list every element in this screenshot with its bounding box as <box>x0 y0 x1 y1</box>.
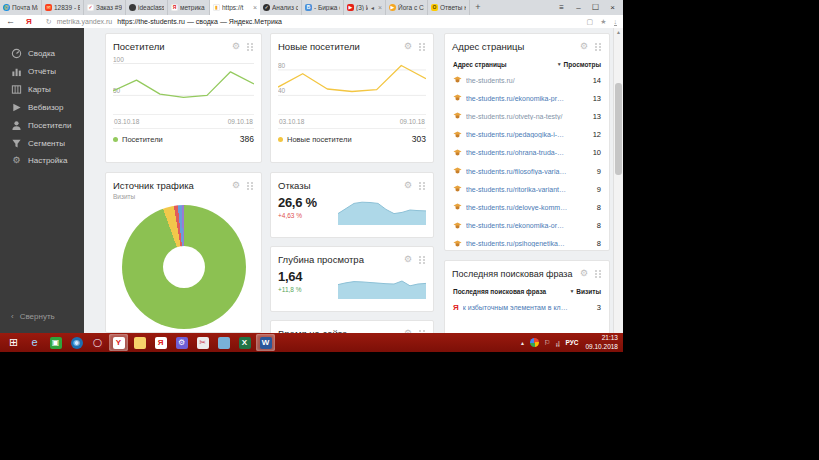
widget-settings-gear-icon[interactable]: ⚙ <box>232 42 240 51</box>
visitors-widget: Посетители ⚙ 10050 03.10.18 09.10.18 Пос… <box>105 33 262 163</box>
page-url-link[interactable]: the-students.ru/delovye-komm… <box>466 204 589 211</box>
browser-tab[interactable]: Яметрика — <box>168 0 210 15</box>
blue-app-icon[interactable]: ◉ <box>67 334 86 351</box>
browser-tab[interactable]: ▶(3) И◄× <box>344 0 386 15</box>
browser-tab[interactable]: ▮https://t× <box>210 0 260 15</box>
scrollbar-thumb[interactable] <box>615 83 622 175</box>
page-url-link[interactable]: the-students.ru/filosofiya-varia… <box>466 168 589 175</box>
sidebar-item-segments[interactable]: Сегменты <box>0 134 84 152</box>
excel-icon[interactable]: X <box>235 334 254 351</box>
legend-dot <box>278 137 283 142</box>
folder-icon[interactable] <box>130 334 149 351</box>
widget-drag-handle-icon[interactable] <box>418 42 426 51</box>
browser-tab[interactable]: @Почта Mai <box>0 0 42 15</box>
collapse-label: Свернуть <box>20 312 55 321</box>
page-scrollbar[interactable]: ▲ <box>613 28 623 333</box>
widget-drag-handle-icon[interactable] <box>246 42 254 51</box>
search-phrase-link[interactable]: к избыточным элементам в кл… <box>463 304 589 311</box>
g-logo-icon[interactable] <box>530 338 539 347</box>
widget-drag-handle-icon[interactable] <box>594 42 602 51</box>
browser-tab[interactable]: ideaclass.g <box>126 0 168 15</box>
page-url-link[interactable]: the-students.ru/psihogenetika… <box>466 240 589 247</box>
address-bar[interactable]: ← Я ↻ metrika.yandex.ru https://the-stud… <box>0 15 623 29</box>
browser-tab[interactable]: ✓Анализ са <box>260 0 302 15</box>
widget-drag-handle-icon[interactable] <box>418 255 426 264</box>
page-url-link[interactable]: the-students.ru/pedagogika-i-… <box>466 131 585 138</box>
widget-settings-gear-icon[interactable]: ⚙ <box>404 255 412 264</box>
widget-settings-gear-icon[interactable]: ⚙ <box>404 42 412 51</box>
page-url-link[interactable]: the-students.ru/ekonomika-or… <box>466 222 589 229</box>
date-from-label: 03.10.18 <box>279 118 304 125</box>
scroll-up-arrow-icon[interactable]: ▲ <box>614 29 623 35</box>
word-icon[interactable]: W <box>256 334 275 351</box>
browser-tab[interactable]: ✉12839 - Вх <box>42 0 84 15</box>
bookmark-star-icon[interactable]: ★ <box>600 18 606 26</box>
yandex-logo-icon[interactable]: Я <box>26 17 32 26</box>
browser-tab[interactable]: ООтветы на <box>428 0 470 15</box>
aero-window-icon[interactable] <box>214 334 233 351</box>
widget-drag-handle-icon[interactable] <box>246 181 254 190</box>
new-visitors-line-chart[interactable]: 8040 <box>278 56 426 108</box>
close-button[interactable]: × <box>604 0 621 15</box>
tab-close-icon[interactable]: × <box>378 4 382 11</box>
page-url-link[interactable]: the-students.ru/otvety-na-testy/ <box>466 113 585 120</box>
page-url-link[interactable]: the-students.ru/ekonomika-pr… <box>466 95 585 102</box>
browser-tab[interactable]: ✓Заказ #92 <box>84 0 126 15</box>
start-button[interactable]: ⊞ <box>4 334 23 351</box>
widget-title: Адрес страницы <box>452 41 524 52</box>
sidebar-item-maps[interactable]: Карты <box>0 80 84 98</box>
language-indicator[interactable]: РУС <box>565 339 578 346</box>
page-url-link[interactable]: the-students.ru/ohrana-truda-… <box>466 149 585 156</box>
settings-gear-icon: ⚙ <box>176 337 188 349</box>
tray-expand-icon[interactable]: ▲ <box>520 340 525 346</box>
speaker-icon[interactable]: ◄ <box>370 5 375 11</box>
download-icon[interactable]: ↓ <box>614 18 618 26</box>
browser-tab-bar: @Почта Mai✉12839 - Вх✓Заказ #92ideaclass… <box>0 0 623 15</box>
column-header-url[interactable]: Адрес страницы <box>453 61 507 68</box>
yandex-app-icon[interactable]: Я <box>151 334 170 351</box>
clock[interactable]: 21:13 09.10.2018 <box>585 334 618 350</box>
page-url-link[interactable]: the-students.ru/ritorika-variant… <box>466 186 589 193</box>
new-tab-button[interactable]: + <box>470 0 486 15</box>
sidebar-item-summary[interactable]: Сводка <box>0 44 84 62</box>
widget-drag-handle-icon[interactable] <box>418 181 426 190</box>
widget-title: Источник трафика <box>113 180 194 191</box>
tab-label: Анализ са <box>272 4 298 11</box>
back-button[interactable]: ← <box>6 17 15 26</box>
browser-menu-button[interactable]: ≡ <box>553 0 570 15</box>
traffic-source-donut-chart[interactable] <box>122 205 246 329</box>
power-app-icon[interactable]: ◯ <box>88 334 107 351</box>
browser-tab[interactable]: ▶Йога с Сат <box>386 0 428 15</box>
widget-settings-gear-icon[interactable]: ⚙ <box>232 181 240 190</box>
settings-gear-icon[interactable]: ⚙ <box>172 334 191 351</box>
green-app-icon[interactable]: ▣ <box>46 334 65 351</box>
column-header-visits[interactable]: ▼ Визиты <box>570 288 601 295</box>
site-favicon-icon <box>453 222 462 230</box>
page-url-rows: the-students.ru/14the-students.ru/ekonom… <box>452 71 602 251</box>
ie-icon[interactable]: e <box>25 334 44 351</box>
sidebar-item-reports[interactable]: Отчёты <box>0 62 84 80</box>
notification-flag-icon[interactable]: ⚐ <box>544 339 550 347</box>
sidebar-item-visitors[interactable]: Посетители <box>0 116 84 134</box>
column-header-phrase[interactable]: Последняя поисковая фраза <box>453 288 546 295</box>
widget-settings-gear-icon[interactable]: ⚙ <box>404 181 412 190</box>
tab-close-icon[interactable]: × <box>253 4 257 11</box>
visitors-line-chart[interactable]: 10050 <box>113 56 254 108</box>
page-url-link[interactable]: the-students.ru/ <box>466 77 585 84</box>
sidebar-item-settings[interactable]: ⚙ Настройка <box>0 152 84 168</box>
browser-tab[interactable]: Б- Биржа са <box>302 0 344 15</box>
sidebar-item-webvisor[interactable]: Вебвизор <box>0 98 84 116</box>
column-header-views[interactable]: ▼ Просмотры <box>557 61 601 68</box>
page-icon[interactable]: ▢ <box>587 18 594 26</box>
snipping-tool-icon[interactable]: ✂ <box>193 334 212 351</box>
network-signal-icon[interactable]: ⣴ <box>555 339 560 347</box>
widget-settings-gear-icon[interactable]: ⚙ <box>580 42 588 51</box>
yandex-browser-icon[interactable]: Y <box>109 334 128 351</box>
yandex-browser-icon: Y <box>113 337 125 349</box>
widget-settings-gear-icon[interactable]: ⚙ <box>580 269 588 278</box>
restore-button[interactable]: ☐ <box>587 0 604 15</box>
sidebar-collapse-button[interactable]: ‹ Свернуть <box>11 312 55 321</box>
minimize-button[interactable]: – <box>570 0 587 15</box>
widget-drag-handle-icon[interactable] <box>594 269 602 278</box>
reload-icon[interactable]: ↻ <box>46 18 52 26</box>
